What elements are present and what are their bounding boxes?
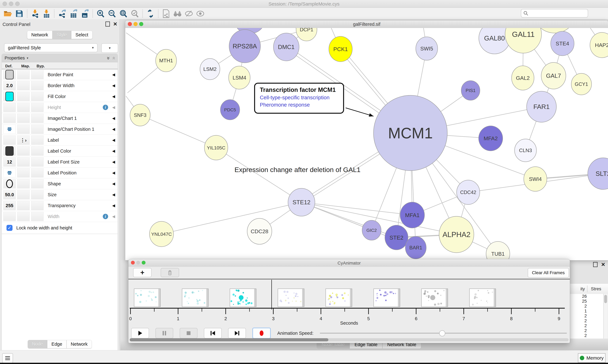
zoom-selected-button[interactable] xyxy=(130,9,140,18)
expand-row-icon[interactable]: ◀ xyxy=(112,203,115,208)
annotation-box[interactable]: Transcription factor MCM1 Cell-type-spec… xyxy=(254,83,344,114)
text-annotation[interactable]: Expression change after deletion of GAL1 xyxy=(235,166,360,174)
frame-thumbnail-3[interactable] xyxy=(230,288,256,307)
skip-to-start-button[interactable] xyxy=(204,328,222,338)
save-session-button[interactable] xyxy=(14,9,24,18)
frame-thumbnail-5[interactable] xyxy=(326,288,352,307)
expand-all-icon[interactable]: « xyxy=(105,57,111,60)
hide-details-button[interactable] xyxy=(184,9,194,18)
table-cell-value[interactable]: 2 xyxy=(570,304,587,309)
table-vertical-scrollbar[interactable] xyxy=(604,294,608,338)
property-row[interactable]: ⋮›Label◀ xyxy=(2,135,118,146)
property-row[interactable]: Shape◀ xyxy=(2,178,118,189)
expand-row-icon[interactable]: ◀ xyxy=(112,105,115,110)
tab-network[interactable]: Network xyxy=(27,31,52,39)
network-edge[interactable] xyxy=(216,148,302,202)
find-button[interactable] xyxy=(173,9,182,18)
expand-row-icon[interactable]: ◀ xyxy=(112,83,115,88)
float-panel-icon[interactable] xyxy=(593,262,597,267)
property-row[interactable]: Fill Color◀ xyxy=(2,91,118,102)
property-row[interactable]: Label Position◀ xyxy=(2,168,118,178)
expand-row-icon[interactable]: ◀ xyxy=(112,72,115,77)
float-panel-icon[interactable] xyxy=(105,22,110,26)
open-session-button[interactable] xyxy=(3,9,13,18)
cyanimator-titlebar[interactable]: CyAnimator xyxy=(128,259,570,267)
expand-row-icon[interactable]: ◀ xyxy=(112,127,115,131)
collapse-all-icon[interactable]: » xyxy=(110,57,116,60)
expand-row-icon[interactable]: ◀ xyxy=(112,160,115,164)
slider-handle[interactable] xyxy=(439,330,445,336)
info-icon[interactable]: i xyxy=(103,214,108,219)
table-cell-value[interactable]: 2 xyxy=(570,323,587,328)
property-row[interactable]: Border Paint◀ xyxy=(2,69,118,80)
property-row[interactable]: Label Color◀ xyxy=(2,146,118,156)
annotation-link[interactable]: Cell-type-specific transcription xyxy=(260,95,343,101)
frame-thumbnail-2[interactable] xyxy=(182,288,208,307)
search-input[interactable] xyxy=(528,11,586,16)
annotation-link[interactable]: Pheromone response xyxy=(260,102,343,108)
property-row[interactable]: Image/Chart 1◀ xyxy=(2,113,118,124)
network-edge[interactable] xyxy=(162,202,302,234)
pause-button[interactable] xyxy=(155,328,173,338)
playhead[interactable] xyxy=(271,280,272,310)
scrollbar-thumb[interactable] xyxy=(130,338,328,341)
table-cell-value[interactable]: 2 xyxy=(570,318,587,323)
table-cell-value[interactable]: 2 xyxy=(570,333,587,338)
scrollbar-thumb[interactable] xyxy=(604,295,607,303)
stop-button[interactable] xyxy=(180,328,197,338)
zoom-fit-button[interactable] xyxy=(118,9,128,18)
table-cell-value[interactable]: 26 xyxy=(570,294,587,299)
show-details-button[interactable] xyxy=(195,9,205,18)
frame-thumbnail-7[interactable] xyxy=(421,288,448,307)
expand-row-icon[interactable]: ◀ xyxy=(112,149,115,153)
zoom-out-button[interactable] xyxy=(107,9,117,18)
property-row[interactable]: Heighti◀ xyxy=(2,102,118,113)
property-row[interactable]: 255Transparency◀ xyxy=(2,200,118,211)
clear-all-frames-button[interactable]: Clear All Frames xyxy=(528,268,569,277)
chevron-down-icon[interactable]: ▾ xyxy=(27,56,28,60)
expand-row-icon[interactable]: ◀ xyxy=(112,138,115,142)
style-select[interactable]: galFiltered Style ▾ xyxy=(4,43,97,52)
frame-thumbnail-6[interactable] xyxy=(373,288,400,307)
import-network-button[interactable] xyxy=(30,9,40,18)
animation-speed-slider[interactable] xyxy=(320,333,567,334)
show-panels-button[interactable] xyxy=(2,353,13,363)
lock-size-checkbox[interactable]: ✓ xyxy=(6,225,13,231)
import-table-button[interactable] xyxy=(41,9,51,18)
property-row[interactable]: Image/Chart Position 1◀ xyxy=(2,124,118,135)
apply-layout-button[interactable] xyxy=(146,9,155,18)
column-divider[interactable] xyxy=(587,286,587,292)
expand-row-icon[interactable]: ◀ xyxy=(112,214,115,219)
expand-row-icon[interactable]: ◀ xyxy=(112,171,115,175)
table-column-header[interactable]: Stres xyxy=(591,286,601,291)
property-row[interactable]: 50.0Size◀ xyxy=(2,189,118,200)
frame-thumbnail-4[interactable] xyxy=(278,288,304,307)
expand-row-icon[interactable]: ◀ xyxy=(112,94,115,99)
tab-select[interactable]: Select xyxy=(71,31,93,39)
tab-network-style[interactable]: Network xyxy=(67,340,92,348)
property-row[interactable]: 12Label Font Size◀ xyxy=(2,156,118,168)
style-options-button[interactable]: ▾ xyxy=(101,43,118,53)
expand-row-icon[interactable]: ◀ xyxy=(112,116,115,120)
info-icon[interactable]: i xyxy=(103,105,108,110)
skip-to-end-button[interactable] xyxy=(228,328,246,338)
close-panel-icon[interactable]: ✕ xyxy=(113,22,117,26)
table-cell-value[interactable]: 1 xyxy=(570,309,587,313)
network-from-file-button[interactable] xyxy=(161,9,171,18)
table-column-header[interactable]: ity xyxy=(570,286,585,291)
export-image-button[interactable] xyxy=(80,9,90,18)
network-canvas[interactable]: DCP1RPS28ADMC1PCK1SWI5GAL80GAL11STE4HAP2… xyxy=(125,28,608,260)
table-cell-value[interactable]: 2 xyxy=(570,313,587,318)
network-window-titlebar[interactable]: galFiltered.sif xyxy=(125,20,608,28)
memory-button[interactable]: Memory xyxy=(578,353,606,363)
tab-node-style[interactable]: Node xyxy=(28,340,47,348)
add-frame-button[interactable]: + xyxy=(133,268,152,277)
network-edge[interactable] xyxy=(140,115,216,148)
table-cell-value[interactable]: 2 xyxy=(570,328,587,333)
zoom-in-button[interactable] xyxy=(96,9,105,18)
tab-style[interactable]: Style xyxy=(52,31,71,39)
delete-frame-button[interactable] xyxy=(161,268,179,277)
frames-timeline[interactable] xyxy=(128,279,570,308)
table-cell-value[interactable]: 25 xyxy=(570,299,587,304)
timeline-ruler[interactable]: 0123456789 xyxy=(128,307,570,322)
